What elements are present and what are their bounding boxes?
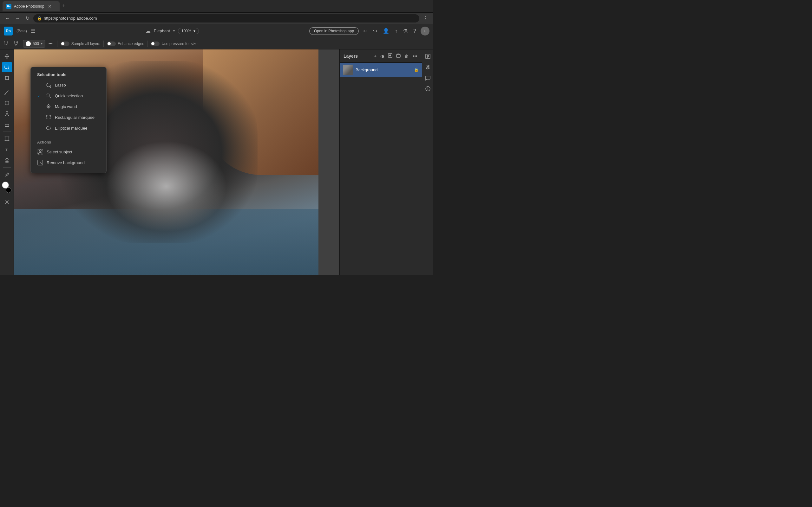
sample-all-layers-label: Sample all layers [71,42,100,46]
hamburger-menu-button[interactable]: ☰ [31,28,35,34]
user-avatar[interactable]: U [420,26,429,36]
adjustments-panel-button[interactable] [423,63,432,72]
color-picker[interactable] [2,181,12,193]
stamp-tool[interactable] [2,155,12,165]
file-name-dropdown-icon[interactable]: ▾ [173,29,175,33]
toolbar-separator-2 [103,41,104,47]
crop-tool[interactable] [2,73,12,83]
flask-icon[interactable]: ⚗ [402,26,409,35]
sample-all-layers-toggle[interactable] [61,42,69,46]
open-in-app-button[interactable]: Open in Photoshop app [309,27,359,35]
add-layer-button[interactable]: + [373,53,377,59]
delete-layer-button[interactable]: 🗑 [404,53,409,59]
properties-panel-button[interactable] [423,52,432,61]
use-pressure-toggle[interactable] [151,42,159,46]
quick-selection-check: ✓ [37,94,42,98]
lasso-label: Lasso [55,83,66,88]
svg-point-5 [6,112,8,113]
selection-subtract-button[interactable] [13,40,21,47]
healing-tool[interactable] [2,98,12,108]
magic-wand-label: Magic wand [55,104,77,109]
more-options-button[interactable]: ••• [47,41,54,47]
svg-rect-26 [397,55,400,57]
nav-back-button[interactable]: ← [4,14,11,22]
magic-wand-icon [45,103,52,110]
toolbar-separator-3 [147,41,148,47]
address-bar[interactable]: 🔒 https://photoshop.adobe.com [33,14,419,22]
selection-tools-popup: Selection tools ✓ Lasso ✓ Quick selectio… [31,67,107,173]
brush-size-control[interactable]: 500 ▾ [23,40,45,48]
type-tool[interactable]: T [2,145,12,155]
quick-selection-item[interactable]: ✓ Quick selection [31,90,106,101]
layers-header: Layers + ◑ 🗑 ••• [340,49,422,63]
brush-size-value: 500 [33,42,39,46]
enhance-edges-label: Enhance edges [118,42,144,46]
beta-label: (Beta) [16,29,27,33]
far-right-panel [422,49,433,275]
svg-point-18 [48,106,49,107]
eraser-tool[interactable] [2,119,12,130]
adjustment-layer-button[interactable]: ◑ [380,53,385,59]
browser-menu-button[interactable]: ⋮ [422,14,429,22]
select-subject-label: Select subject [47,150,72,154]
browser-tab[interactable]: Ps Adobe Photoshop ✕ [3,1,60,11]
select-subject-item[interactable]: Select subject [31,147,106,157]
rect-marquee-icon [45,114,52,120]
info-panel-button[interactable] [423,84,432,93]
layer-thumb-preview [343,65,353,75]
layer-lock-icon[interactable]: 🔒 [414,67,419,72]
svg-text:T: T [5,147,8,152]
selection-add-button[interactable] [3,40,11,47]
ellip-marquee-icon [45,125,52,131]
redo-button[interactable]: ↪ [372,26,378,35]
brush-tool[interactable] [2,87,12,97]
share-icon[interactable]: ↑ [394,27,399,35]
magic-wand-item[interactable]: ✓ Magic wand [31,101,106,112]
tab-close-icon[interactable]: ✕ [48,4,52,9]
main-layout: T [0,49,433,275]
background-layer-item[interactable]: Background 🔒 [340,63,422,77]
zoom-tool[interactable] [2,197,12,207]
enhance-edges-toggle[interactable] [107,42,116,46]
transform-tool[interactable] [2,134,12,144]
lasso-tool-item[interactable]: ✓ Lasso [31,79,106,90]
brush-size-dropdown-icon[interactable]: ▾ [41,42,43,45]
toolbar-separator [57,41,57,47]
svg-point-13 [6,158,8,161]
layers-more-button[interactable]: ••• [412,53,418,59]
help-icon[interactable]: ? [412,27,417,35]
lasso-icon [45,82,52,88]
app-header: Ps (Beta) ☰ ☁ Elephant ▾ 100% ▾ Open in … [0,24,433,38]
remove-background-item[interactable]: Remove background [31,157,106,168]
elliptical-marquee-item[interactable]: ✓ Elliptical marquee [31,123,106,133]
comments-panel-button[interactable] [423,73,432,82]
header-right: Open in Photoshop app ↩ ↪ 👤 ↑ ⚗ ? U [309,26,429,36]
layers-title: Layers [344,54,358,59]
new-tab-button[interactable]: + [62,3,66,9]
svg-rect-3 [5,65,8,68]
selection-tool[interactable] [2,62,12,72]
file-name[interactable]: Elephant [154,29,170,33]
rectangular-marquee-item[interactable]: ✓ Rectangular marquee [31,112,106,123]
eyedropper-tool[interactable] [2,170,12,180]
nav-forward-button[interactable]: → [14,14,21,22]
header-center: ☁ Elephant ▾ 100% ▾ [39,28,305,34]
move-tool[interactable] [2,51,12,61]
paint-tool[interactable] [2,109,12,119]
ps-favicon: Ps [6,4,11,9]
account-icon[interactable]: 👤 [382,26,391,35]
quick-selection-icon [45,93,52,99]
layer-thumbnail [343,65,353,75]
mask-button[interactable] [387,53,393,59]
enhance-edges-toggle-group: Enhance edges [107,42,144,46]
group-button[interactable] [396,53,401,59]
zoom-dropdown-icon[interactable]: ▾ [194,29,195,33]
actions-section-label: Actions [31,139,106,147]
nav-refresh-button[interactable]: ↻ [24,14,31,22]
canvas-area[interactable]: Selection tools ✓ Lasso ✓ Quick selectio… [14,49,339,275]
tool-divider-2 [3,131,11,132]
zoom-level-button[interactable]: 100% ▾ [178,28,199,34]
background-color[interactable] [6,187,11,193]
undo-button[interactable]: ↩ [362,26,368,35]
svg-point-11 [8,140,9,141]
